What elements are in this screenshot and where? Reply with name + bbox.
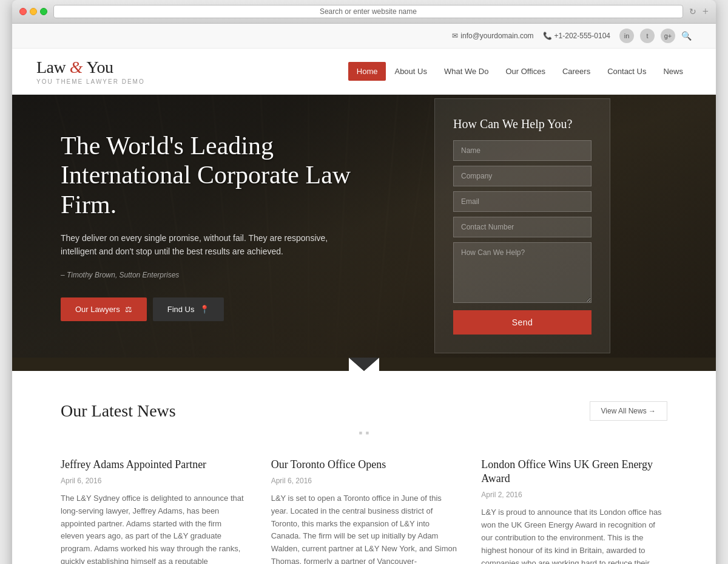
- twitter-icon[interactable]: t: [640, 29, 655, 43]
- news-item-3: London Office Wins UK Green Energy Award…: [481, 458, 667, 564]
- news-item-date-2: April 6, 2016: [271, 477, 457, 485]
- form-title: How Can We Help You?: [453, 117, 592, 131]
- news-grid: Jeffrey Adams Appointed Partner April 6,…: [61, 458, 667, 564]
- email-address: info@yourdomain.com: [460, 32, 533, 40]
- phone-icon: 📞: [543, 32, 552, 40]
- logo-subtitle: YOU THEME LAWYER DEMO: [36, 78, 145, 85]
- search-icon[interactable]: 🔍: [681, 31, 692, 41]
- address-text: Search or enter website name: [320, 7, 417, 16]
- news-item-title-3: London Office Wins UK Green Energy Award: [481, 458, 667, 486]
- address-bar[interactable]: Search or enter website name: [53, 5, 683, 18]
- logo-law: Law: [36, 58, 66, 76]
- nav-item-news[interactable]: News: [655, 62, 692, 81]
- nav-item-offices[interactable]: Our Offices: [497, 62, 554, 81]
- news-item-date-3: April 2, 2016: [481, 491, 667, 499]
- news-section: Our Latest News View All News → ▪ ▪ Jeff…: [12, 371, 716, 564]
- location-icon: 📍: [200, 305, 209, 314]
- topbar-social-icons: in t g+ 🔍: [619, 29, 692, 43]
- browser-dots: [19, 8, 47, 15]
- nav-link-contact[interactable]: Contact Us: [599, 62, 655, 81]
- hero-subtitle: They deliver on every single promise, wi…: [61, 231, 340, 259]
- hero-section: The World's Leading International Corpor…: [12, 95, 716, 358]
- send-button-label: Send: [512, 318, 533, 327]
- email-icon: ✉: [452, 32, 458, 40]
- nav-link-what[interactable]: What We Do: [436, 62, 497, 81]
- news-item-title-2: Our Toronto Office Opens: [271, 458, 457, 472]
- find-us-button[interactable]: Find Us 📍: [153, 297, 224, 321]
- googleplus-icon[interactable]: g+: [661, 29, 675, 43]
- hero-arrow-divider: [12, 358, 716, 371]
- maximize-button[interactable]: [40, 8, 47, 15]
- nav-link-careers[interactable]: Careers: [554, 62, 599, 81]
- logo: Law & You YOU THEME LAWYER DEMO: [36, 58, 145, 85]
- nav-item-contact[interactable]: Contact Us: [599, 62, 655, 81]
- hero-title: The World's Leading International Corpor…: [61, 131, 410, 219]
- minimize-button[interactable]: [30, 8, 37, 15]
- news-divider: ▪ ▪: [61, 427, 667, 440]
- findus-button-label: Find Us: [167, 305, 195, 314]
- navbar: Law & You YOU THEME LAWYER DEMO Home Abo…: [12, 49, 716, 95]
- close-button[interactable]: [19, 8, 27, 15]
- phone-number: +1-202-555-0104: [554, 32, 610, 40]
- nav-item-what[interactable]: What We Do: [436, 62, 497, 81]
- news-item-text-2: L&Y is set to open a Toronto office in J…: [271, 492, 457, 564]
- nav-link-about[interactable]: About Us: [386, 62, 435, 81]
- topbar: ✉ info@yourdomain.com 📞 +1-202-555-0104 …: [12, 24, 716, 49]
- topbar-phone: 📞 +1-202-555-0104: [543, 32, 610, 40]
- linkedin-icon[interactable]: in: [619, 29, 634, 43]
- view-all-label: View All News →: [601, 407, 656, 415]
- reload-button[interactable]: ↻: [689, 7, 696, 17]
- nav-menu: Home About Us What We Do Our Offices Car…: [348, 62, 692, 81]
- topbar-email: ✉ info@yourdomain.com: [452, 32, 533, 40]
- topbar-contact: ✉ info@yourdomain.com 📞 +1-202-555-0104: [452, 32, 610, 40]
- nav-item-about[interactable]: About Us: [386, 62, 435, 81]
- news-item-1: Jeffrey Adams Appointed Partner April 6,…: [61, 458, 247, 564]
- new-tab-button[interactable]: +: [703, 5, 709, 18]
- nav-link-news[interactable]: News: [655, 62, 692, 81]
- scales-icon: ⚖: [125, 305, 132, 314]
- nav-link-offices[interactable]: Our Offices: [497, 62, 554, 81]
- form-phone-input[interactable]: [453, 217, 592, 237]
- logo-you: You: [87, 58, 113, 76]
- hero-buttons: Our Lawyers ⚖ Find Us 📍: [61, 297, 410, 321]
- news-item-date-1: April 6, 2016: [61, 477, 247, 485]
- divider-icon-1: ▪ ▪: [359, 427, 369, 439]
- nav-link-home[interactable]: Home: [348, 62, 386, 81]
- nav-item-careers[interactable]: Careers: [554, 62, 599, 81]
- nav-item-home[interactable]: Home: [348, 62, 386, 81]
- logo-main: Law & You: [36, 58, 145, 77]
- form-message-input[interactable]: [453, 242, 592, 303]
- news-section-title: Our Latest News: [61, 401, 176, 421]
- form-company-input[interactable]: [453, 166, 592, 186]
- logo-ampersand: &: [70, 58, 87, 76]
- browser-window: Search or enter website name ↻ + ✉ info@…: [12, 0, 716, 564]
- news-header: Our Latest News View All News →: [61, 401, 667, 421]
- browser-titlebar: Search or enter website name ↻ +: [12, 0, 716, 24]
- our-lawyers-button[interactable]: Our Lawyers ⚖: [61, 297, 147, 321]
- form-name-input[interactable]: [453, 140, 592, 161]
- hero-quote: – Timothy Brown, Sutton Enterprises: [61, 271, 410, 279]
- news-item-title-1: Jeffrey Adams Appointed Partner: [61, 458, 247, 472]
- website-content: ✉ info@yourdomain.com 📞 +1-202-555-0104 …: [12, 24, 716, 564]
- news-item-text-3: L&Y is proud to announce that its London…: [481, 506, 667, 564]
- hero-content: The World's Leading International Corpor…: [12, 95, 434, 358]
- contact-form: How Can We Help You? Send: [434, 98, 610, 353]
- news-item-text-1: The L&Y Sydney office is delighted to an…: [61, 492, 247, 564]
- news-item-2: Our Toronto Office Opens April 6, 2016 L…: [271, 458, 457, 564]
- send-button[interactable]: Send: [453, 310, 592, 335]
- lawyers-button-label: Our Lawyers: [75, 305, 120, 314]
- form-email-input[interactable]: [453, 191, 592, 212]
- view-all-news-button[interactable]: View All News →: [590, 401, 667, 421]
